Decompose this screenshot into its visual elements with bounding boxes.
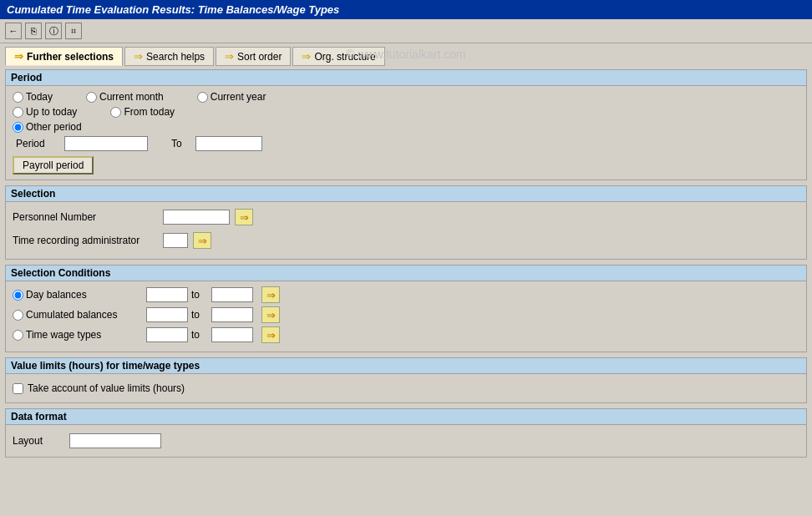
cumulated-balances-label-wrap: Cumulated balances	[13, 309, 146, 321]
radio-current-year-label: Current year	[211, 91, 266, 103]
day-balances-to-input[interactable]	[211, 287, 253, 302]
layout-input[interactable]	[69, 433, 161, 448]
tab-arrow-3: ⇒	[225, 50, 234, 63]
tab-search-helps[interactable]: ⇒ Search helps	[124, 47, 214, 66]
cumulated-balances-radio[interactable]	[13, 310, 23, 321]
data-format-body: Layout	[6, 425, 806, 457]
value-limits-checkbox[interactable]	[13, 383, 23, 394]
radio-today: Today	[13, 91, 53, 103]
period-to-input[interactable]	[195, 136, 262, 151]
day-balances-arrow-btn[interactable]: ⇒	[261, 286, 280, 303]
period-row-1: Today Current month Current year	[13, 91, 799, 103]
period-from-input[interactable]	[64, 136, 148, 151]
time-wage-types-from-input[interactable]	[146, 327, 188, 342]
time-recording-arrow-btn[interactable]: ⇒	[193, 232, 211, 249]
selection-conditions-body: Day balances to ⇒ Cumulated balances to …	[6, 281, 806, 352]
radio-from-today-label: From today	[124, 106, 175, 118]
tab-arrow-4: ⇒	[302, 50, 311, 63]
time-wage-types-to-input[interactable]	[211, 327, 253, 342]
radio-current-month: Current month	[86, 91, 164, 103]
day-balances-row: Day balances to ⇒	[13, 286, 799, 303]
selection-section: Selection Personnel Number ⇒ Time record…	[5, 185, 807, 260]
time-recording-label: Time recording administrator	[13, 235, 163, 246]
time-wage-types-label: Time wage types	[26, 329, 101, 341]
toolbar: ← ⎘ ⓘ ⌗ © www.tutorialkart.com	[0, 19, 812, 43]
cumulated-balances-label: Cumulated balances	[26, 309, 117, 321]
time-recording-input[interactable]	[163, 233, 188, 248]
radio-from-today-input[interactable]	[110, 107, 121, 118]
radio-other-period: Other period	[13, 121, 82, 133]
selection-header: Selection	[6, 186, 806, 202]
time-wage-types-to-label: to	[191, 329, 208, 341]
radio-up-to-today-label: Up to today	[26, 106, 77, 118]
radio-up-to-today: Up to today	[13, 106, 77, 118]
radio-current-month-input[interactable]	[86, 92, 97, 103]
layout-label: Layout	[13, 435, 63, 447]
data-format-header: Data format	[6, 409, 806, 425]
period-from-row: Period To	[16, 136, 799, 151]
value-limits-header: Value limits (hours) for time/wage types	[6, 358, 806, 374]
day-balances-to-label: to	[191, 289, 208, 301]
payroll-period-button[interactable]: Payroll period	[13, 156, 94, 175]
selection-conditions-section: Selection Conditions Day balances to ⇒ C…	[5, 265, 807, 352]
tab-further-selections[interactable]: ⇒ Further selections	[5, 47, 123, 66]
watermark: © www.tutorialkart.com	[346, 48, 465, 61]
period-section: Period Today Current month Current year	[5, 69, 807, 180]
cumulated-balances-to-input[interactable]	[211, 307, 253, 322]
cumulated-balances-row: Cumulated balances to ⇒	[13, 306, 799, 323]
period-from-label: Period	[16, 138, 58, 149]
period-header: Period	[6, 70, 806, 86]
radio-today-input[interactable]	[13, 92, 23, 103]
time-wage-types-arrow-btn[interactable]: ⇒	[261, 326, 280, 343]
personnel-number-input[interactable]	[163, 210, 230, 225]
copy-icon[interactable]: ⎘	[25, 23, 42, 39]
tab-arrow-1: ⇒	[14, 50, 23, 63]
day-balances-radio[interactable]	[13, 290, 23, 301]
radio-other-period-label: Other period	[26, 121, 82, 133]
cumulated-balances-from-input[interactable]	[146, 307, 188, 322]
radio-other-period-input[interactable]	[13, 122, 23, 133]
personnel-number-arrow-btn[interactable]: ⇒	[235, 209, 253, 225]
personnel-number-row: Personnel Number ⇒	[13, 207, 799, 227]
data-format-section: Data format Layout	[5, 408, 807, 458]
value-limits-checkbox-row: Take account of value limits (hours)	[13, 379, 799, 397]
radio-current-year-input[interactable]	[197, 92, 208, 103]
period-to-label: To	[171, 138, 182, 149]
info-icon[interactable]: ⓘ	[45, 23, 62, 39]
layout-row: Layout	[13, 430, 799, 452]
day-balances-from-input[interactable]	[146, 287, 188, 302]
time-wage-types-label-wrap: Time wage types	[13, 329, 146, 341]
tab-sort-order[interactable]: ⇒ Sort order	[216, 47, 291, 66]
selection-conditions-header: Selection Conditions	[6, 266, 806, 281]
tab-arrow-2: ⇒	[134, 50, 143, 63]
radio-current-year: Current year	[197, 91, 266, 103]
value-limits-section: Value limits (hours) for time/wage types…	[5, 357, 807, 403]
radio-current-month-label: Current month	[99, 91, 164, 103]
personnel-number-label: Personnel Number	[13, 211, 163, 223]
time-wage-types-row: Time wage types to ⇒	[13, 326, 799, 343]
main-content: Period Today Current month Current year	[0, 66, 812, 466]
radio-up-to-today-input[interactable]	[13, 107, 23, 118]
page-title: Cumulated Time Evaluation Results: Time …	[7, 3, 339, 16]
value-limits-body: Take account of value limits (hours)	[6, 374, 806, 402]
radio-from-today: From today	[110, 106, 175, 118]
radio-today-label: Today	[26, 91, 53, 103]
period-body: Today Current month Current year Up to t…	[6, 86, 806, 180]
day-balances-label-wrap: Day balances	[13, 289, 146, 301]
day-balances-label: Day balances	[26, 289, 87, 301]
selection-body: Personnel Number ⇒ Time recording admini…	[6, 202, 806, 259]
value-limits-checkbox-label: Take account of value limits (hours)	[28, 382, 185, 394]
cumulated-balances-to-label: to	[191, 309, 208, 321]
time-recording-row: Time recording administrator ⇒	[13, 230, 799, 250]
back-icon[interactable]: ←	[5, 23, 22, 39]
layout-icon[interactable]: ⌗	[65, 23, 82, 39]
time-wage-types-radio[interactable]	[13, 330, 23, 341]
period-row-3: Other period	[13, 121, 799, 133]
title-bar: Cumulated Time Evaluation Results: Time …	[0, 0, 812, 19]
period-row-2: Up to today From today	[13, 106, 799, 118]
cumulated-balances-arrow-btn[interactable]: ⇒	[261, 306, 280, 323]
